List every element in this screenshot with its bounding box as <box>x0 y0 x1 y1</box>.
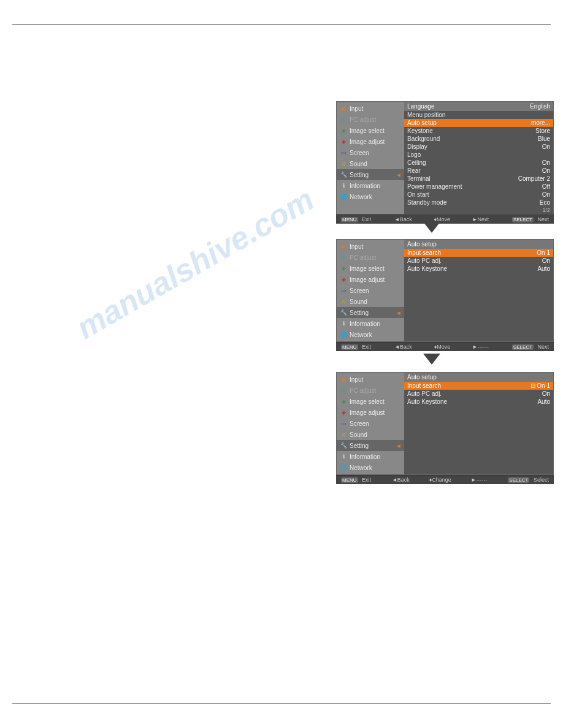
back-key-1: ◄Back <box>394 216 412 222</box>
sound-icon-3: ♫ <box>339 430 348 439</box>
setting-icon: 🔧 <box>339 170 348 179</box>
sidebar-2: ▶ Input ⊞ PC adjust ◈ Image select ◈ Ima… <box>337 240 404 341</box>
sidebar-3-image-select[interactable]: ◈ Image select <box>337 396 404 407</box>
screen-icon: ▭ <box>339 148 348 157</box>
p3-input-search-value: ⊟ On 1 <box>513 382 550 389</box>
sidebar-2-input[interactable]: ▶ Input <box>337 241 404 252</box>
sidebar-2-information[interactable]: ℹ Information <box>337 318 404 329</box>
power-mgmt-label: Power management <box>407 183 513 190</box>
menu-key-2: MENU Exit <box>340 344 372 350</box>
auto-setup-label: Auto setup <box>407 119 513 126</box>
sidebar-sound[interactable]: ♫ Sound <box>337 158 404 169</box>
terminal-row[interactable]: Terminal Computer 2 <box>404 175 553 183</box>
sidebar-2-image-select[interactable]: ◈ Image select <box>337 263 404 274</box>
on-start-row[interactable]: On start On <box>404 191 553 199</box>
sidebar-3-setting[interactable]: 🔧 Setting ◄ <box>337 440 404 451</box>
pc-adjust-icon: ⊞ <box>339 115 348 124</box>
information-icon-2: ℹ <box>339 319 348 328</box>
menu-panel-3: ▶ Input ⊞ PC adjust ◈ Image select ◈ Ima… <box>336 372 554 475</box>
p3-auto-keystone-row[interactable]: Auto Keystone Auto <box>404 398 553 406</box>
p3-auto-pc-value: On <box>513 390 550 397</box>
power-mgmt-row[interactable]: Power management Off <box>404 183 553 191</box>
sidebar-setting[interactable]: 🔧 Setting ◄ <box>337 169 404 180</box>
p2-auto-keystone-label: Auto Keystone <box>407 265 513 272</box>
sidebar-2-image-adjust[interactable]: ◈ Image adjust <box>337 274 404 285</box>
sound-icon-2: ♫ <box>339 297 348 306</box>
next-key-2: ►------ <box>472 344 489 350</box>
network-icon: 🌐 <box>339 192 348 201</box>
power-mgmt-value: Off <box>513 183 550 190</box>
menu-content-3: Auto setup Input search ⊟ On 1 Auto PC a… <box>404 373 553 474</box>
rear-row[interactable]: Rear On <box>404 167 553 175</box>
sidebar-3-screen[interactable]: ▭ Screen <box>337 418 404 429</box>
auto-setup-value: more... <box>513 119 550 126</box>
sidebar-network[interactable]: 🌐 Network <box>337 191 404 202</box>
rear-value: On <box>513 167 550 174</box>
arrow-2 <box>423 354 440 365</box>
select-key-1: SELECT Next <box>511 216 550 222</box>
p2-auto-keystone-value: Auto <box>513 265 550 272</box>
sidebar-3-information[interactable]: ℹ Information <box>337 451 404 462</box>
rear-label: Rear <box>407 167 513 174</box>
p2-auto-keystone-row[interactable]: Auto Keystone Auto <box>404 265 553 273</box>
logo-value <box>513 151 550 158</box>
standby-mode-row[interactable]: Standby mode Eco <box>404 199 553 207</box>
sidebar-image-adjust[interactable]: ◈ Image adjust <box>337 136 404 147</box>
background-row[interactable]: Background Blue <box>404 135 553 143</box>
p3-input-search-label: Input search <box>407 382 513 389</box>
input-icon: ▶ <box>339 104 348 113</box>
panel-2: ▶ Input ⊞ PC adjust ◈ Image select ◈ Ima… <box>336 239 554 351</box>
p3-auto-pc-row[interactable]: Auto PC adj. On <box>404 390 553 398</box>
input-icon-3: ▶ <box>339 375 348 384</box>
p2-input-search-value: ▣ On 1 <box>513 249 550 256</box>
keystone-row[interactable]: Keystone Store <box>404 127 553 135</box>
sidebar-pc-adjust[interactable]: ⊞ PC adjust <box>337 114 404 125</box>
ceiling-row[interactable]: Ceiling On <box>404 159 553 167</box>
logo-row[interactable]: Logo <box>404 151 553 159</box>
sidebar-information[interactable]: ℹ Information <box>337 180 404 191</box>
information-icon: ℹ <box>339 181 348 190</box>
sidebar-3-network[interactable]: 🌐 Network <box>337 462 404 473</box>
sidebar-image-select[interactable]: ◈ Image select <box>337 125 404 136</box>
sidebar-2-sound[interactable]: ♫ Sound <box>337 296 404 307</box>
move-key-3: ♦Change <box>429 477 451 483</box>
back-key-3: ◄Back <box>392 477 410 483</box>
sidebar-screen[interactable]: ▭ Screen <box>337 147 404 158</box>
image-adjust-icon-3: ◈ <box>339 408 348 417</box>
sidebar-3-image-adjust[interactable]: ◈ Image adjust <box>337 407 404 418</box>
p3-auto-pc-label: Auto PC adj. <box>407 390 513 397</box>
p3-auto-keystone-label: Auto Keystone <box>407 398 513 405</box>
p2-input-search-label: Input search <box>407 249 513 256</box>
setting-arrow: ◄ <box>396 172 402 178</box>
pc-adjust-icon-3: ⊞ <box>339 386 348 395</box>
menu-position-row[interactable]: Menu position <box>404 111 553 119</box>
auto-setup-row[interactable]: Auto setup more... <box>404 119 553 127</box>
content-header-2: Auto setup <box>404 240 553 249</box>
sidebar-2-pc-adjust[interactable]: ⊞ PC adjust <box>337 252 404 263</box>
display-row[interactable]: Display On <box>404 143 553 151</box>
p2-auto-pc-row[interactable]: Auto PC adj. On <box>404 257 553 265</box>
sidebar-3-sound[interactable]: ♫ Sound <box>337 429 404 440</box>
content-header-3: Auto setup <box>404 373 553 382</box>
sidebar-3-pc-adjust[interactable]: ⊞ PC adjust <box>337 385 404 396</box>
ceiling-value: On <box>513 159 550 166</box>
network-icon-2: 🌐 <box>339 330 348 339</box>
p2-input-search-row[interactable]: Input search ▣ On 1 <box>404 249 553 257</box>
sound-icon: ♫ <box>339 159 348 168</box>
sidebar-2-network[interactable]: 🌐 Network <box>337 329 404 340</box>
sidebar-3-input[interactable]: ▶ Input <box>337 374 404 385</box>
menu-panel-1: ▶ Input ⊞ PC adjust ◈ Image select ◈ Ima… <box>336 101 554 214</box>
p3-input-search-row[interactable]: Input search ⊟ On 1 <box>404 382 553 390</box>
sidebar-input[interactable]: ▶ Input <box>337 103 404 114</box>
p2-auto-pc-label: Auto PC adj. <box>407 257 513 264</box>
background-value: Blue <box>513 135 550 142</box>
display-value: On <box>513 143 550 150</box>
image-select-icon-2: ◈ <box>339 264 348 273</box>
status-bar-1: MENU Exit ◄Back ♦Move ►Next SELECT Next <box>336 214 554 224</box>
display-label: Display <box>407 143 513 150</box>
sidebar-2-setting[interactable]: 🔧 Setting ◄ <box>337 307 404 318</box>
panel-1: ▶ Input ⊞ PC adjust ◈ Image select ◈ Ima… <box>336 101 554 224</box>
menu-panel-2: ▶ Input ⊞ PC adjust ◈ Image select ◈ Ima… <box>336 239 554 342</box>
back-key-2: ◄Back <box>394 344 412 350</box>
sidebar-2-screen[interactable]: ▭ Screen <box>337 285 404 296</box>
